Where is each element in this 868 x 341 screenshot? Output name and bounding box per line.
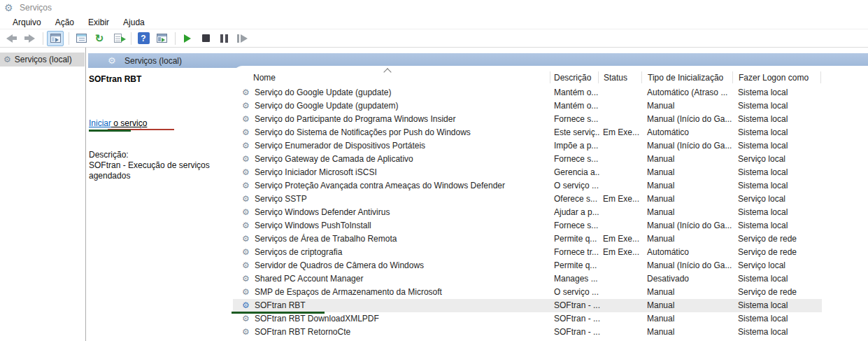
cell-tipo-inicializacao: Manual xyxy=(647,327,735,337)
sort-ascending-icon xyxy=(385,67,391,74)
service-gear-icon: ⚙ xyxy=(242,314,250,323)
cell-descricao: Permite q... xyxy=(554,260,600,270)
cell-nome: Servidor de Quadros de Câmera do Windows xyxy=(255,260,548,270)
table-row[interactable]: ⚙ Serviço do Participante do Programa Wi… xyxy=(233,113,822,126)
back-button[interactable] xyxy=(3,31,20,46)
table-row[interactable]: ⚙ Serviços de criptografia Fornece tr...… xyxy=(233,246,822,259)
stop-service-button[interactable] xyxy=(197,31,214,46)
table-row[interactable]: ⚙ Serviço do Sistema de Notificações por… xyxy=(233,126,822,139)
column-separator[interactable] xyxy=(641,71,642,83)
cell-descricao: Fornece s... xyxy=(554,114,600,124)
table-row[interactable]: ⚙ Serviço SSTP Oferece s... Em Exe... Ma… xyxy=(233,193,822,206)
column-separator[interactable] xyxy=(598,71,599,83)
table-row[interactable]: ⚙ Serviço do Google Update (gupdatem) Ma… xyxy=(233,99,822,113)
cell-tipo-inicializacao: Manual xyxy=(647,194,735,204)
cell-nome: SOFtran RBT xyxy=(255,300,548,310)
cell-fazer-logon-como: Sistema local xyxy=(738,101,820,111)
refresh-icon: ↻ xyxy=(95,33,104,43)
service-gear-icon: ⚙ xyxy=(242,181,250,190)
restart-service-icon xyxy=(237,34,248,43)
service-gear-icon: ⚙ xyxy=(242,274,250,284)
table-row[interactable]: ⚙ Serviço Enumerador de Dispositivos Por… xyxy=(233,139,822,153)
column-header-status[interactable]: Status xyxy=(604,73,627,83)
cell-descricao: Mantém o... xyxy=(554,101,600,111)
cell-nome: SOFtran RBT DownloadXMLPDF xyxy=(255,314,548,323)
start-service-link[interactable]: Iniciar o serviço xyxy=(89,118,147,128)
cell-descricao: Impõe a p... xyxy=(554,141,600,151)
start-service-icon xyxy=(184,34,191,43)
table-row[interactable]: ⚙ Serviço Gateway de Camada de Aplicativ… xyxy=(233,153,822,166)
menu-item[interactable]: Ajuda xyxy=(116,15,152,29)
column-separator[interactable] xyxy=(732,71,733,83)
cell-descricao: Mantém o... xyxy=(554,88,600,97)
main-area: ⚙ Serviços (local) ⚙ Serviços (local) No… xyxy=(0,48,868,341)
show-console-tree-button[interactable] xyxy=(47,31,64,46)
menu-item[interactable]: Arquivo xyxy=(6,15,48,29)
forward-icon xyxy=(24,34,35,43)
cell-tipo-inicializacao: Desativado xyxy=(647,274,735,284)
cell-fazer-logon-como: Sistema local xyxy=(738,300,820,310)
start-service-link-action[interactable]: Iniciar xyxy=(89,118,111,128)
start-service-button[interactable] xyxy=(179,31,196,46)
service-gear-icon: ⚙ xyxy=(242,221,250,230)
cell-tipo-inicializacao: Manual xyxy=(647,167,735,177)
cell-tipo-inicializacao: Manual xyxy=(647,300,735,310)
table-row[interactable]: ⚙ SOFtran RBT RetornoCte SOFtran - ... M… xyxy=(233,326,822,339)
cell-nome: Serviço do Google Update (gupdatem) xyxy=(255,101,548,111)
start-service-link-rest: o serviço xyxy=(111,118,147,128)
forward-button[interactable] xyxy=(21,31,38,46)
table-row[interactable]: ⚙ Serviço do Google Update (gupdate) Man… xyxy=(233,86,822,99)
column-header-tipo-de-inicializacao[interactable]: Tipo de Inicialização xyxy=(648,73,723,83)
stop-service-icon xyxy=(202,34,210,42)
table-row[interactable]: ⚙ Serviço Windows Defender Antivirus Aju… xyxy=(233,206,822,219)
menu-item[interactable]: Exibir xyxy=(81,15,116,29)
cell-status: Em Exe... xyxy=(603,247,643,257)
service-gear-icon: ⚙ xyxy=(242,300,250,310)
properties-button[interactable] xyxy=(73,31,90,46)
table-row[interactable]: ⚙ SOFtran RBT SOFtran - ... Manual Siste… xyxy=(233,299,822,312)
table-row[interactable]: ⚙ Serviço Proteção Avançada contra Ameaç… xyxy=(233,179,822,193)
cell-nome: Serviço do Sistema de Notificações por P… xyxy=(255,127,548,137)
cell-fazer-logon-como: Sistema local xyxy=(738,314,820,323)
menu-item[interactable]: Ação xyxy=(48,15,81,29)
cell-descricao: SOFtran - ... xyxy=(554,314,600,323)
cell-nome: Serviço Gateway de Camada de Aplicativo xyxy=(255,154,548,164)
cell-nome: Serviço Windows Defender Antivirus xyxy=(255,207,548,217)
table-row[interactable]: ⚙ Serviço Iniciador Microsoft iSCSI Gere… xyxy=(233,166,822,179)
cell-descricao: O serviço ... xyxy=(554,287,600,297)
show-console-tree-icon xyxy=(50,34,61,43)
column-separator[interactable] xyxy=(820,71,821,83)
cell-fazer-logon-como: Sistema local xyxy=(738,114,820,124)
help-button[interactable]: ? xyxy=(135,31,152,46)
column-header-descricao[interactable]: Descrição xyxy=(554,73,591,83)
cell-nome: Shared PC Account Manager xyxy=(255,274,548,284)
tree-item-servicos-local[interactable]: ⚙ Serviços (local) xyxy=(0,53,85,67)
table-row[interactable]: ⚙ Serviço Windows PushToInstall Fornece … xyxy=(233,219,822,232)
cell-nome: Serviço Proteção Avançada contra Ameaças… xyxy=(255,181,548,190)
table-row[interactable]: ⚙ SOFtran RBT DownloadXMLPDF SOFtran - .… xyxy=(233,312,822,326)
service-gear-icon: ⚙ xyxy=(242,141,250,151)
pause-service-button[interactable] xyxy=(215,31,232,46)
export-list-button[interactable] xyxy=(109,31,126,46)
cell-descricao: Ajudar a p... xyxy=(554,207,600,217)
column-separator[interactable] xyxy=(550,71,550,83)
table-row[interactable]: ⚙ Servidor de Quadros de Câmera do Windo… xyxy=(233,259,822,272)
table-row[interactable]: ⚙ Shared PC Account Manager Manages ... … xyxy=(233,272,822,286)
refresh-button[interactable]: ↻ xyxy=(91,31,108,46)
cell-descricao: Oferece s... xyxy=(554,194,600,204)
extended-view-button[interactable] xyxy=(153,31,170,46)
restart-service-button[interactable] xyxy=(234,31,250,46)
back-icon xyxy=(6,34,17,43)
column-header-fazer-logon-como[interactable]: Fazer Logon como xyxy=(739,73,809,83)
panel-splitter[interactable] xyxy=(85,48,86,341)
cell-fazer-logon-como: Sistema local xyxy=(738,127,820,137)
console-tree-panel: ⚙ Serviços (local) xyxy=(0,48,85,341)
services-gear-icon: ⚙ xyxy=(3,55,11,64)
cell-tipo-inicializacao: Manual (Início do Ga... xyxy=(647,114,735,124)
column-header-nome[interactable]: Nome xyxy=(253,73,276,83)
table-row[interactable]: ⚙ Serviços de Área de Trabalho Remota Pe… xyxy=(233,232,822,246)
menu-bar: ArquivoAçãoExibirAjuda xyxy=(0,15,868,29)
cell-descricao: O serviço ... xyxy=(554,181,600,190)
service-gear-icon: ⚙ xyxy=(242,327,250,337)
table-row[interactable]: ⚙ SMP de Espaços de Armazenamento da Mic… xyxy=(233,286,822,299)
